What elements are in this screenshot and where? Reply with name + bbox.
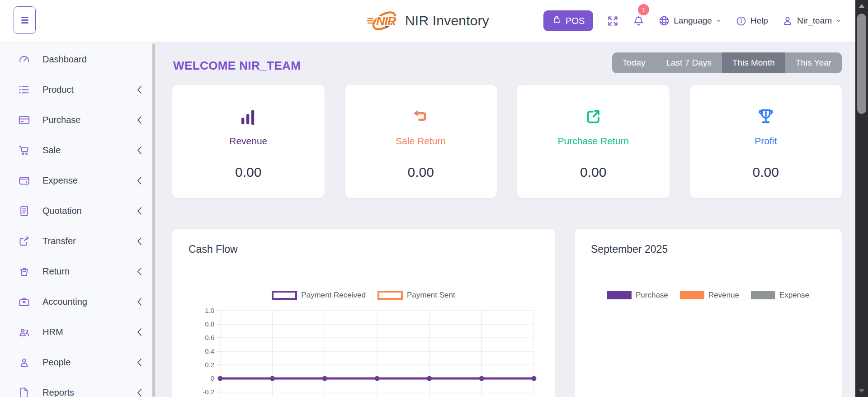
month-summary-legend: PurchaseRevenueExpense [575, 291, 842, 300]
sidebar-item-dashboard[interactable]: Dashboard [0, 44, 156, 75]
cashflow-legend: Payment ReceivedPayment Sent [172, 291, 555, 300]
file-icon [18, 387, 30, 397]
legend-label: Purchase [636, 291, 668, 300]
chevron-left-icon [137, 328, 142, 336]
sidebar-item-transfer[interactable]: Transfer [0, 226, 156, 256]
sidebar-item-hrm[interactable]: HRM [0, 317, 156, 347]
page-scrollbar[interactable] [855, 0, 868, 397]
app-root: NIR NIR Inventory POS [0, 0, 868, 397]
list-icon [18, 84, 30, 96]
u-turn-arrow-icon [410, 107, 431, 128]
notifications-button[interactable]: 1 [632, 15, 645, 27]
page-title: WELCOME NIR_TEAM [173, 59, 301, 73]
sidebar-item-label: Reports [42, 388, 74, 397]
notification-badge: 1 [638, 4, 649, 15]
basket-icon [18, 265, 30, 278]
chevron-left-icon [137, 146, 142, 155]
chevron-left-icon [137, 85, 142, 94]
user-menu[interactable]: Nir_team [782, 15, 842, 27]
chevron-down-icon [716, 18, 722, 24]
fullscreen-button[interactable] [607, 15, 619, 27]
month-summary-title: September 2025 [591, 243, 842, 255]
scroll-down-arrow-icon[interactable] [859, 389, 865, 393]
stat-card-value: 0.00 [408, 165, 434, 180]
language-label: Language [674, 16, 712, 26]
svg-text:1.0: 1.0 [205, 307, 214, 314]
main-content: WELCOME NIR_TEAM TodayLast 7 DaysThis Mo… [156, 42, 855, 397]
sidebar-item-expense[interactable]: Expense [0, 165, 156, 196]
filter-this-month[interactable]: This Month [722, 52, 785, 73]
cashflow-title: Cash Flow [189, 243, 555, 255]
stat-card-label: Purchase Return [557, 136, 629, 147]
filter-last-7-days[interactable]: Last 7 Days [656, 52, 722, 73]
bar-chart-icon [238, 107, 259, 128]
help-label: Help [750, 16, 768, 26]
stat-card-revenue: Revenue0.00 [172, 85, 325, 198]
sidebar-menu: DashboardProductPurchaseSaleExpenseQuota… [0, 42, 156, 397]
scroll-up-arrow-icon[interactable] [859, 4, 865, 8]
stat-card-value: 0.00 [580, 165, 606, 180]
filter-today[interactable]: Today [612, 52, 656, 73]
svg-text:0.4: 0.4 [205, 347, 214, 355]
legend-item-purchase[interactable]: Purchase [607, 291, 668, 300]
page-scrollbar-thumb[interactable] [857, 14, 866, 114]
sidebar-item-label: Accounting [42, 297, 87, 307]
legend-swatch [607, 291, 632, 299]
sidebar-scrollbar[interactable] [152, 43, 155, 397]
sidebar-item-purchase[interactable]: Purchase [0, 105, 156, 135]
document-icon [18, 205, 30, 217]
brand: NIR NIR Inventory [366, 0, 489, 42]
sidebar-item-people[interactable]: People [0, 347, 156, 378]
help-button[interactable]: Help [736, 15, 768, 27]
chevron-left-icon [137, 237, 142, 246]
svg-text:NIR: NIR [376, 14, 396, 28]
sidebar-item-reports[interactable]: Reports [0, 378, 156, 397]
legend-item-expense[interactable]: Expense [751, 291, 809, 300]
export-arrow-icon [583, 107, 604, 128]
filter-this-year[interactable]: This Year [785, 52, 842, 73]
stat-card-sale-return: Sale Return0.00 [345, 85, 497, 198]
stat-cards-row: Revenue0.00Sale Return0.00Purchase Retur… [172, 85, 842, 198]
bell-icon [632, 15, 645, 27]
sidebar-toggle-button[interactable] [14, 6, 36, 34]
stat-card-label: Revenue [229, 136, 267, 147]
cashflow-chart: 1.00.80.60.40.20-0.2 [194, 304, 538, 397]
trophy-icon [755, 107, 776, 128]
gauge-icon [18, 53, 30, 66]
person-icon [18, 356, 30, 369]
sidebar-item-label: Return [42, 266, 70, 277]
date-filter-group: TodayLast 7 DaysThis MonthThis Year [612, 52, 842, 73]
sidebar-item-sale[interactable]: Sale [0, 135, 156, 165]
cart-icon [18, 144, 30, 156]
legend-swatch [272, 291, 297, 300]
sidebar-item-label: Quotation [42, 206, 82, 216]
stat-card-profit: Profit0.00 [690, 85, 842, 198]
stat-card-purchase-return: Purchase Return0.00 [517, 85, 670, 198]
legend-item-payment-received[interactable]: Payment Received [272, 291, 366, 300]
chevron-left-icon [137, 116, 142, 124]
stat-card-value: 0.00 [753, 165, 779, 180]
cashflow-card: Cash Flow Payment ReceivedPayment Sent 1… [172, 229, 555, 397]
pos-button-label: POS [566, 16, 585, 26]
sidebar-item-label: People [42, 357, 71, 368]
svg-text:0.2: 0.2 [205, 361, 214, 369]
app-title: NIR Inventory [405, 13, 489, 28]
sidebar-item-label: Product [42, 85, 74, 95]
sidebar-item-product[interactable]: Product [0, 75, 156, 105]
sidebar-item-accounting[interactable]: Accounting [0, 287, 156, 317]
language-menu[interactable]: Language [658, 15, 722, 27]
chevron-left-icon [137, 358, 142, 367]
sidebar-item-return[interactable]: Return [0, 256, 156, 287]
sidebar-item-quotation[interactable]: Quotation [0, 196, 156, 226]
legend-swatch [377, 291, 403, 300]
legend-swatch [680, 291, 704, 299]
chevron-left-icon [137, 176, 142, 185]
credit-card-icon [18, 114, 30, 126]
sidebar-item-label: Dashboard [42, 54, 87, 65]
header: NIR NIR Inventory POS [0, 0, 855, 42]
info-icon [736, 15, 747, 27]
pos-button[interactable]: POS [543, 10, 593, 31]
legend-label: Revenue [708, 291, 739, 300]
legend-item-revenue[interactable]: Revenue [680, 291, 739, 300]
legend-item-payment-sent[interactable]: Payment Sent [377, 291, 455, 300]
